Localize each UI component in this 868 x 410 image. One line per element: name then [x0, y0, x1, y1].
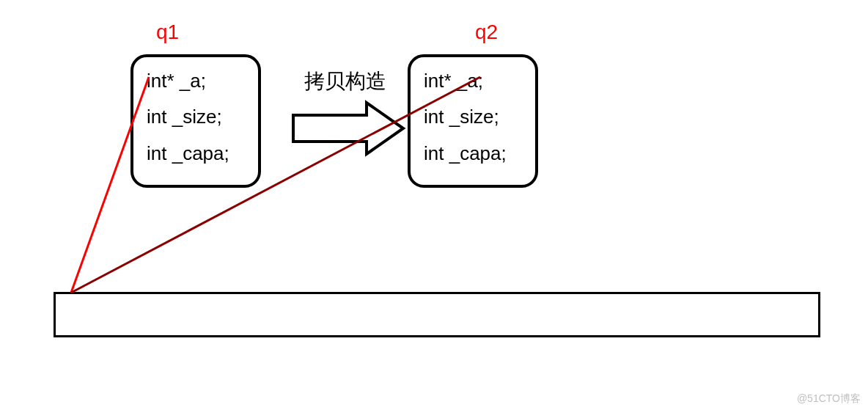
box1-field-a: int* _a; — [147, 63, 245, 99]
watermark: @51CTO博客 — [797, 392, 861, 406]
box1-field-capa: int _capa; — [147, 136, 245, 172]
copy-arrow-icon — [293, 103, 403, 154]
struct-box-q2: int* _a; int _size; int _capa; — [408, 54, 538, 188]
memory-bar — [54, 292, 820, 337]
label-q1: q1 — [156, 21, 179, 44]
struct-box-q1: int* _a; int _size; int _capa; — [130, 54, 261, 188]
box2-field-size: int _size; — [424, 99, 522, 135]
box2-field-a: int* _a; — [424, 63, 522, 99]
box2-field-capa: int _capa; — [424, 136, 522, 172]
copy-construct-label: 拷贝构造 — [304, 67, 386, 95]
box1-field-size: int _size; — [147, 99, 245, 135]
label-q2: q2 — [475, 21, 498, 44]
